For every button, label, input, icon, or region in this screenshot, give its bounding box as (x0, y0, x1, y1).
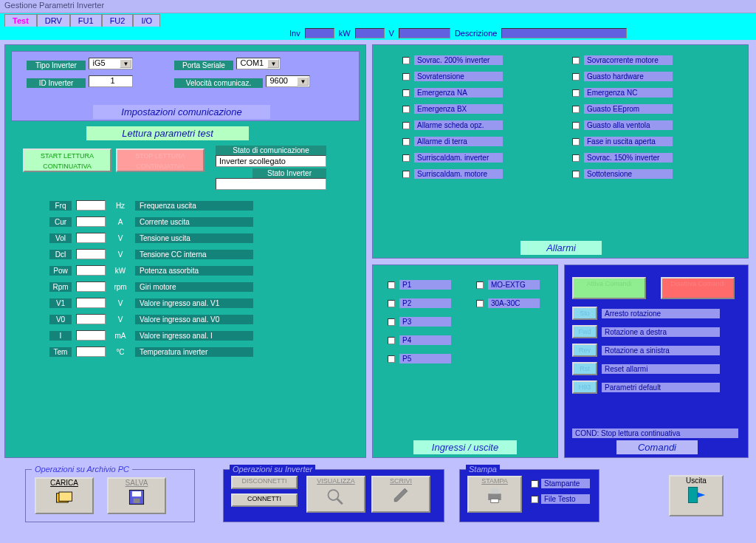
measure-label: Tensione uscita (135, 233, 253, 243)
comando-button[interactable]: Fwd (572, 325, 597, 338)
id-inverter-label: ID Inverter (27, 78, 86, 88)
alarm-item: Fase in uscita aperta (572, 137, 673, 146)
io-led (388, 318, 395, 326)
io-led (388, 300, 395, 307)
archive-group-title: Operazioni su Archivio PC (32, 465, 132, 474)
comando-button[interactable]: Rev (572, 344, 597, 357)
stato-com-value: Inverter scollegato (216, 155, 326, 167)
tab-drv[interactable]: DRV (37, 14, 70, 27)
measure-label: Temperatura inverter (135, 347, 253, 357)
alarm-label: Guasto hardware (584, 72, 673, 81)
alarm-led (572, 73, 580, 81)
io-item: P4 (388, 335, 451, 345)
io-led (388, 337, 395, 344)
measure-value-box (76, 281, 106, 292)
stop-lettura-button[interactable]: STOP LETTURA CONTINUATIVA (116, 148, 205, 172)
measure-row: VolVTensione uscita (49, 233, 253, 243)
measure-key: Vol (49, 233, 72, 243)
stampante-radio[interactable]: Stampante (531, 479, 590, 488)
comando-button[interactable]: Rst (572, 362, 597, 375)
alarm-item: Surriscaldam. inverter (402, 153, 503, 163)
tipo-inverter-combo[interactable]: iG5 (89, 58, 133, 69)
status-inv-label: Inv (289, 29, 300, 38)
io-item: P3 (388, 317, 451, 327)
measure-row: PowkWPotenza assorbita (49, 265, 253, 276)
alarm-led (402, 122, 410, 129)
alarm-item: Guasto alla ventola (572, 120, 673, 130)
svg-rect-10 (491, 499, 499, 502)
start-lettura-button[interactable]: START LETTURA CONTINUATIVA (23, 148, 111, 172)
comando-button[interactable]: Sto (572, 307, 597, 320)
alarm-label: Sovracorrente motore (584, 55, 673, 65)
id-inverter-input[interactable]: 1 (89, 75, 133, 87)
stato-inv-label: Stato Inverter (252, 168, 326, 178)
carica-button[interactable]: CARICA (35, 477, 94, 514)
comandi-cond: COND: Stop lettura continuativa (572, 428, 738, 438)
measure-label: Valore ingresso anal. V0 (135, 315, 253, 324)
attiva-comandi-button[interactable]: Attiva Comandi (572, 277, 646, 299)
alarm-led (572, 106, 580, 113)
salva-button[interactable]: SALVA (107, 477, 166, 514)
tab-io[interactable]: I/O (133, 14, 160, 27)
alarm-label: Fase in uscita aperta (584, 137, 673, 146)
comando-button[interactable]: H93 (572, 380, 597, 394)
svg-rect-9 (491, 488, 499, 494)
uscita-button[interactable]: Uscita (669, 475, 724, 516)
alarm-led (572, 154, 580, 162)
alarm-item: Sovrac. 200% inverter (402, 55, 503, 65)
measure-key: V1 (49, 298, 72, 308)
measure-row: V0VValore ingresso anal. V0 (49, 314, 253, 324)
tab-fu1[interactable]: FU1 (70, 14, 102, 27)
comando-row: FwdRotazione a destra (572, 325, 720, 338)
svg-rect-3 (132, 491, 141, 496)
scrivi-button[interactable]: SCRIVI (371, 476, 430, 513)
alarm-label: Guasto alla ventola (584, 120, 673, 130)
filetesto-radio[interactable]: File Testo (531, 494, 590, 504)
tab-test[interactable]: Test (4, 14, 37, 27)
stampa-button[interactable]: STAMPA (467, 476, 522, 513)
comm-title: Impostazioni comunicazione (93, 105, 270, 119)
alarm-label: Emergenza NA (414, 88, 503, 98)
measure-unit: V (110, 315, 131, 324)
pencil-icon (390, 485, 412, 505)
velocita-combo[interactable]: 9600 (266, 75, 310, 87)
alarm-led (402, 154, 410, 162)
tab-fu2[interactable]: FU2 (102, 14, 134, 27)
status-kw-box (355, 28, 385, 38)
measure-value-box (76, 233, 106, 243)
measure-key: Dcl (49, 250, 72, 259)
io-item: MO-EXTG (476, 280, 540, 290)
alarm-led (402, 89, 410, 97)
measure-value-box (76, 298, 106, 308)
comando-row: RevRotazione a sinistra (572, 344, 720, 357)
disattiva-comandi-button[interactable]: Disattiva Comandi (661, 277, 735, 299)
io-title: Ingressi / uscite (413, 440, 517, 454)
disconnetti-button[interactable]: DISCONNETTI (231, 476, 298, 489)
visualizza-button[interactable]: VISUALIZZA (306, 476, 365, 513)
lettura-title: Lettura parametri test (86, 126, 249, 140)
measure-key: Cur (49, 217, 72, 227)
comando-row: RstReset allarmi (572, 362, 720, 375)
svg-point-5 (329, 490, 339, 500)
measure-unit: kW (110, 267, 131, 275)
status-strip: Inv kW V Descrizione (0, 27, 756, 40)
io-label: MO-EXTG (488, 280, 540, 290)
measure-key: I (49, 331, 72, 341)
measure-unit: V (110, 234, 131, 242)
measure-key: Rpm (49, 282, 72, 292)
stampa-group-title: Stampa (466, 465, 500, 474)
measure-unit: V (110, 250, 131, 259)
allarmi-title: Allarmi (520, 241, 602, 255)
alarm-label: Sovrac. 150% inverter (584, 153, 673, 163)
alarm-label: Sottotensione (584, 169, 673, 179)
comando-label: Parametri default (602, 383, 720, 392)
alarm-led (572, 122, 580, 129)
io-label: P4 (399, 335, 451, 345)
eye-icon (325, 485, 347, 505)
alarm-label: Guasto EEprom (584, 104, 673, 114)
comando-label: Rotazione a sinistra (602, 346, 720, 355)
porta-seriale-combo[interactable]: COM1 (236, 58, 281, 69)
io-item: P2 (388, 298, 451, 308)
alarm-led (402, 106, 410, 113)
connetti-button[interactable]: CONNETTI (231, 494, 298, 507)
